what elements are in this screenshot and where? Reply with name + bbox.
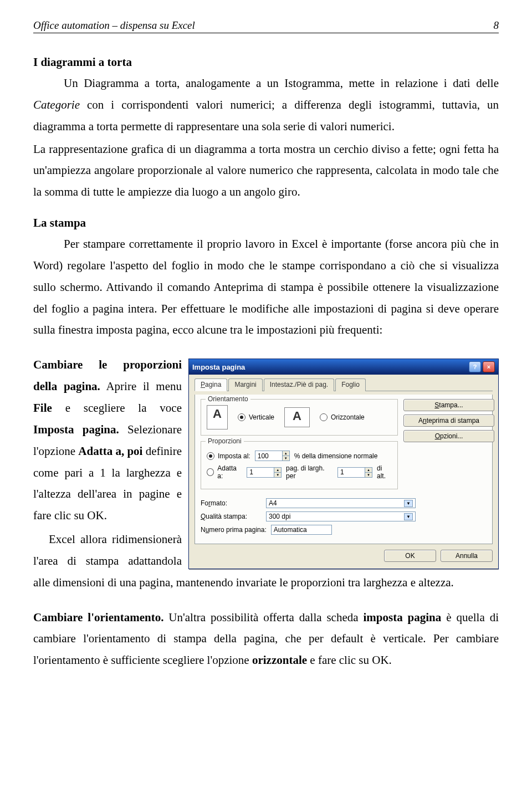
header-page-number: 8 (494, 19, 499, 32)
tab-pagina[interactable]: Pagina (195, 378, 227, 391)
annulla-button[interactable]: Annulla (441, 550, 493, 562)
adatta-width-spinner[interactable]: ▲▼ (247, 467, 282, 478)
spin-down-icon[interactable]: ▼ (365, 473, 372, 477)
anteprima-button[interactable]: Anteprima di stampa (403, 415, 494, 427)
proporzioni-label: Proporzioni (206, 437, 244, 445)
qualita-combo[interactable]: 300 dpi ▼ (266, 511, 416, 521)
spin-up-icon[interactable]: ▲ (274, 468, 281, 473)
close-icon[interactable]: × (483, 361, 495, 372)
tab-foglio[interactable]: Foglio (335, 378, 366, 391)
page-header: Office automation – dispensa su Excel 8 (33, 19, 499, 33)
section-title-stampa: La stampa (33, 216, 499, 230)
dialog-window: Imposta pagina ? × Pagina Margini Intest… (188, 359, 499, 569)
dialog-tabs: Pagina Margini Intestaz./Piè di pag. Fog… (195, 378, 493, 391)
radio-verticale[interactable]: Verticale (238, 413, 274, 421)
imposta-pagina-dialog-figure: Imposta pagina ? × Pagina Margini Intest… (188, 359, 499, 569)
radio-adatta-a[interactable]: Adatta a: (207, 464, 242, 480)
orientamento-label: Orientamento (206, 395, 250, 403)
radio-orizzontale[interactable]: Orizzontale (320, 413, 365, 421)
spin-down-icon[interactable]: ▼ (274, 473, 281, 477)
dialog-title: Imposta pagina (192, 363, 245, 371)
section-title-diagrammi: I diagrammi a torta (33, 55, 499, 69)
sec2-para1: Per stampare correttamente il proprio la… (33, 233, 499, 341)
sec3-para1: Cambiare l'orientamento. Un'altra possib… (33, 607, 499, 672)
qualita-label: Qualità stampa: (201, 513, 262, 520)
dialog-titlebar: Imposta pagina ? × (189, 359, 498, 375)
sec1-para1: Un Diagramma a torta, analogamente a un … (33, 73, 499, 137)
ok-button[interactable]: OK (384, 550, 436, 562)
spin-up-icon[interactable]: ▲ (365, 468, 372, 473)
adatta-height-spinner[interactable]: ▲▼ (337, 467, 372, 478)
help-icon[interactable]: ? (469, 361, 481, 372)
sec1-para2: La rappresentazione grafica di un diagra… (33, 139, 499, 203)
formato-label: Formato: (201, 499, 262, 507)
numero-input[interactable] (271, 525, 332, 535)
spin-down-icon[interactable]: ▼ (283, 456, 289, 461)
imposta-spinner[interactable]: ▲▼ (255, 451, 290, 461)
stampa-button[interactable]: Stampa... (403, 399, 494, 411)
spin-up-icon[interactable]: ▲ (283, 451, 289, 456)
header-title: Office automation – dispensa su Excel (33, 19, 195, 32)
opzioni-button[interactable]: Opzioni... (403, 430, 494, 442)
chevron-down-icon[interactable]: ▼ (404, 513, 413, 520)
radio-imposta-al[interactable]: Imposta al: (207, 452, 250, 460)
portrait-icon: A (207, 405, 228, 429)
chevron-down-icon[interactable]: ▼ (404, 500, 413, 507)
numero-label: Numero prima pagina: (201, 526, 267, 534)
tab-margini[interactable]: Margini (228, 378, 262, 391)
landscape-icon: A (284, 407, 310, 427)
tab-intestaz[interactable]: Intestaz./Piè di pag. (264, 378, 334, 391)
formato-combo[interactable]: A4 ▼ (266, 498, 416, 508)
